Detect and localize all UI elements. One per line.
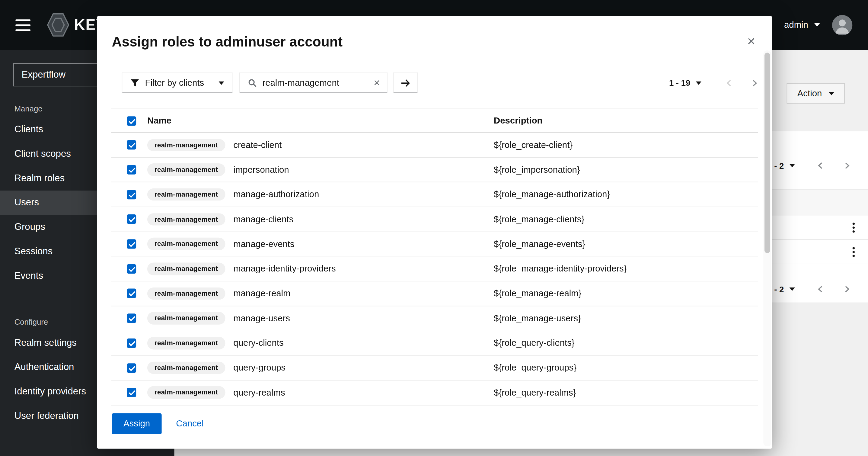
roles-table-body: realm-management create-client ${role_cr… xyxy=(112,133,758,405)
background-pagination-top: 1 - 2 xyxy=(767,157,850,174)
background-pagination-bottom: 1 - 2 xyxy=(767,281,850,297)
role-description: ${role_query-clients} xyxy=(494,338,758,348)
search-icon xyxy=(248,79,257,87)
role-client-pill: realm-management xyxy=(147,362,225,374)
role-checkbox[interactable] xyxy=(127,264,136,274)
select-all-checkbox[interactable] xyxy=(127,116,136,125)
role-checkbox[interactable] xyxy=(127,289,136,298)
role-checkbox[interactable] xyxy=(127,140,136,150)
cancel-button[interactable]: Cancel xyxy=(176,419,204,429)
roles-table: Name Description realm-management create… xyxy=(112,109,758,405)
search-submit-button[interactable] xyxy=(393,73,418,93)
role-description: ${role_manage-clients} xyxy=(494,215,758,224)
role-row: realm-management impersonation ${role_im… xyxy=(112,158,758,182)
chevron-down-icon xyxy=(789,287,795,291)
role-client-pill: realm-management xyxy=(147,213,225,226)
column-header-name: Name xyxy=(147,116,494,125)
role-name: impersonation xyxy=(233,165,289,175)
previous-page-icon[interactable] xyxy=(726,79,733,87)
avatar[interactable] xyxy=(832,15,852,35)
next-page-icon[interactable] xyxy=(843,285,850,293)
role-name: query-groups xyxy=(233,363,285,373)
role-checkbox[interactable] xyxy=(127,190,136,199)
role-checkbox[interactable] xyxy=(127,215,136,224)
role-name: query-realms xyxy=(233,388,285,397)
search-input[interactable] xyxy=(262,78,368,88)
modal-title: Assign roles to adminuser account xyxy=(112,33,739,51)
next-page-icon[interactable] xyxy=(751,79,758,87)
realm-name: Expertflow xyxy=(22,69,66,80)
role-client-pill: realm-management xyxy=(147,164,225,176)
assign-button[interactable]: Assign xyxy=(112,413,162,434)
masthead-right: admin xyxy=(784,15,852,35)
role-row: realm-management manage-events ${role_ma… xyxy=(112,232,758,257)
person-icon xyxy=(832,15,852,35)
role-name: manage-clients xyxy=(233,215,293,224)
role-description: ${role_manage-events} xyxy=(494,239,758,249)
screen: KEYCLOAK admin Expertflow ManageClientsC… xyxy=(0,0,868,456)
pagination-range[interactable]: 1 - 19 xyxy=(669,78,690,88)
role-row: realm-management manage-authorization ${… xyxy=(112,182,758,207)
filter-by-clients-dropdown[interactable]: Filter by clients xyxy=(122,73,233,93)
role-description: ${role_manage-identity-providers} xyxy=(494,264,758,274)
role-name: manage-authorization xyxy=(233,190,319,200)
role-name: query-clients xyxy=(233,338,283,348)
close-icon[interactable]: ✕ xyxy=(747,36,755,47)
action-dropdown[interactable]: Action xyxy=(786,83,845,104)
kebab-menu-icon[interactable] xyxy=(850,220,857,235)
role-row: realm-management query-clients ${role_qu… xyxy=(112,331,758,356)
user-name: admin xyxy=(784,20,808,30)
role-name: create-client xyxy=(233,140,282,150)
chevron-down-icon xyxy=(814,23,820,27)
role-row: realm-management query-realms ${role_que… xyxy=(112,380,758,405)
role-name: manage-events xyxy=(233,239,294,249)
role-description: ${role_query-realms} xyxy=(494,388,758,397)
chevron-down-icon xyxy=(696,81,702,85)
chevron-down-icon xyxy=(219,81,224,85)
role-checkbox[interactable] xyxy=(127,165,136,175)
role-description: ${role_manage-realm} xyxy=(494,289,758,299)
role-name: manage-users xyxy=(233,313,290,323)
role-client-pill: realm-management xyxy=(147,189,225,201)
modal-scrollbar-thumb[interactable] xyxy=(765,53,770,253)
role-client-pill: realm-management xyxy=(147,238,225,250)
filter-label: Filter by clients xyxy=(145,78,204,88)
role-client-pill: realm-management xyxy=(147,139,225,151)
modal-footer: Assign Cancel xyxy=(112,413,758,434)
role-checkbox[interactable] xyxy=(127,388,136,397)
role-description: ${role_query-groups} xyxy=(494,363,758,373)
next-page-icon[interactable] xyxy=(843,162,850,170)
role-checkbox[interactable] xyxy=(127,313,136,323)
clear-search-icon[interactable]: ✕ xyxy=(373,78,380,88)
role-description: ${role_manage-users} xyxy=(494,313,758,323)
modal-pagination: 1 - 19 xyxy=(669,78,758,88)
arrow-right-icon xyxy=(401,79,410,87)
keycloak-hexagon-icon xyxy=(47,13,69,37)
role-description: ${role_manage-authorization} xyxy=(494,190,758,200)
chevron-down-icon xyxy=(789,164,795,167)
action-label: Action xyxy=(797,88,822,98)
role-client-pill: realm-management xyxy=(147,312,225,324)
role-row: realm-management manage-identity-provide… xyxy=(112,257,758,281)
role-description: ${role_impersonation} xyxy=(494,165,758,175)
previous-page-icon[interactable] xyxy=(817,162,824,170)
role-client-pill: realm-management xyxy=(147,262,225,275)
search-input-wrap: ✕ xyxy=(239,73,388,93)
nav-toggle-icon[interactable] xyxy=(16,19,30,31)
role-checkbox[interactable] xyxy=(127,338,136,348)
role-row: realm-management manage-clients ${role_m… xyxy=(112,207,758,232)
modal-toolbar: Filter by clients ✕ 1 - 19 xyxy=(122,73,758,93)
kebab-menu-icon[interactable] xyxy=(850,245,857,259)
role-checkbox[interactable] xyxy=(127,239,136,249)
role-client-pill: realm-management xyxy=(147,287,225,300)
role-name: manage-realm xyxy=(233,289,290,299)
previous-page-icon[interactable] xyxy=(817,285,824,293)
role-checkbox[interactable] xyxy=(127,363,136,372)
role-client-pill: realm-management xyxy=(147,386,225,399)
column-header-description: Description xyxy=(494,116,758,125)
role-row: realm-management query-groups ${role_que… xyxy=(112,356,758,380)
chevron-down-icon xyxy=(829,92,834,95)
role-row: realm-management create-client ${role_cr… xyxy=(112,133,758,158)
user-menu[interactable]: admin xyxy=(784,20,820,30)
assign-roles-modal: ✕ Assign roles to adminuser account Filt… xyxy=(97,16,772,449)
